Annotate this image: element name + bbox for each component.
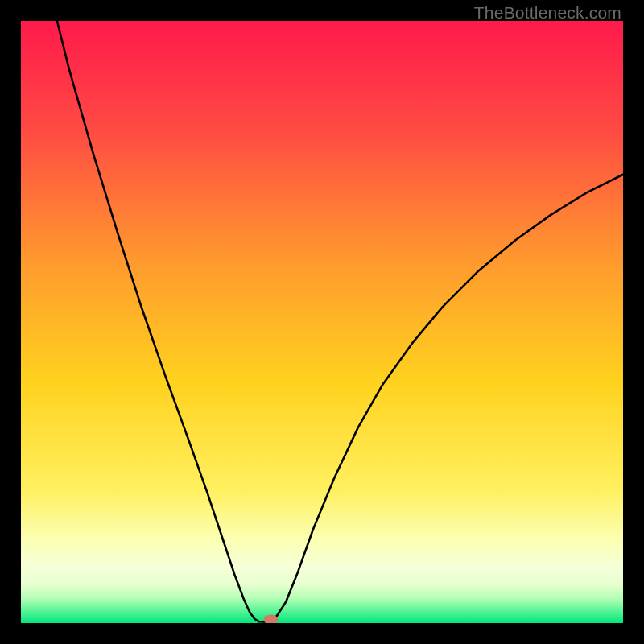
bottleneck-curve-chart: [21, 21, 623, 623]
chart-background: [21, 21, 623, 623]
chart-frame: [21, 21, 623, 623]
watermark-text: TheBottleneck.com: [474, 3, 621, 23]
